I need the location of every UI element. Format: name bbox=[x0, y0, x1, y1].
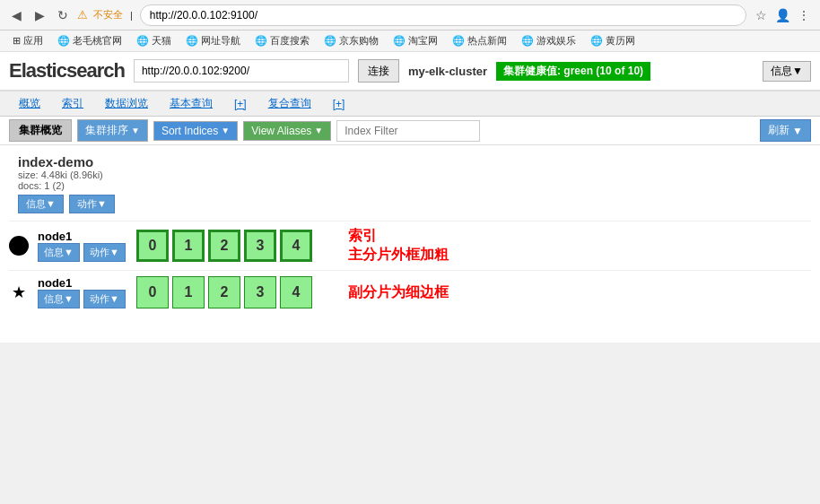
cluster-overview-tab[interactable]: 集群概览 bbox=[9, 119, 72, 142]
node1-buttons: 信息▼ 动作▼ bbox=[38, 243, 127, 262]
node2-name: node1 bbox=[38, 276, 127, 290]
bm-icon-9: 🌐 bbox=[590, 35, 603, 47]
bookmark-tianmao[interactable]: 🌐天猫 bbox=[131, 32, 177, 49]
back-button[interactable]: ◀ bbox=[7, 6, 25, 24]
bookmark-news[interactable]: 🌐热点新闻 bbox=[447, 32, 512, 49]
node1-shard-0[interactable]: 0 bbox=[136, 230, 169, 262]
node1-shard-4[interactable]: 4 bbox=[280, 230, 312, 262]
es-url-input[interactable] bbox=[134, 59, 349, 83]
node2-shard-0[interactable]: 0 bbox=[136, 276, 169, 308]
node2-shard-4[interactable]: 4 bbox=[280, 276, 312, 308]
node-row-2: ★ node1 信息▼ 动作▼ 0 1 2 3 4 副分片为细边框 bbox=[9, 270, 811, 314]
bm-icon-2: 🌐 bbox=[136, 35, 149, 47]
node1-action-label: 动作▼ bbox=[90, 246, 119, 259]
index-name: index-demo bbox=[18, 154, 811, 169]
cluster-sort-tab[interactable]: 集群排序 ▼ bbox=[77, 119, 148, 142]
tab-data-browse[interactable]: 数据浏览 bbox=[95, 91, 158, 116]
main-content: index-demo size: 4.48ki (8.96ki) docs: 1… bbox=[0, 145, 820, 343]
sort-indices-label: Sort Indices bbox=[161, 125, 218, 137]
bookmark-laomao[interactable]: 🌐老毛桃官网 bbox=[52, 32, 127, 49]
tab-basic-query[interactable]: 基本查询 bbox=[160, 91, 222, 116]
bookmark-nav[interactable]: 🌐网址导航 bbox=[180, 32, 246, 49]
bookmark-jd[interactable]: 🌐京东购物 bbox=[318, 32, 384, 49]
node1-info: node1 信息▼ 动作▼ bbox=[38, 230, 127, 262]
sort-indices-button[interactable]: Sort Indices ▼ bbox=[153, 121, 238, 141]
index-size: size: 4.48ki (8.96ki) bbox=[18, 169, 811, 180]
node1-info-label: 信息▼ bbox=[44, 246, 74, 259]
bookmark-taobao[interactable]: 🌐淘宝网 bbox=[388, 32, 443, 49]
bm-icon-8: 🌐 bbox=[521, 35, 534, 47]
view-aliases-arrow: ▼ bbox=[314, 126, 323, 135]
tab-overview[interactable]: 概览 bbox=[9, 91, 50, 116]
index-buttons: 信息▼ 动作▼ bbox=[18, 195, 811, 213]
node1-info-button[interactable]: 信息▼ bbox=[38, 243, 80, 262]
bm-icon-1: 🌐 bbox=[57, 35, 70, 47]
bm-icon-4: 🌐 bbox=[255, 35, 267, 47]
index-docs: docs: 1 (2) bbox=[18, 180, 811, 191]
index-info-button[interactable]: 信息▼ bbox=[18, 195, 64, 213]
url-separator: | bbox=[130, 10, 133, 21]
refresh-button[interactable]: ↻ bbox=[54, 6, 72, 24]
forward-button[interactable]: ▶ bbox=[31, 6, 48, 24]
cluster-health-badge: 集群健康值: green (10 of 10) bbox=[496, 62, 650, 81]
view-aliases-label: View Aliases bbox=[251, 125, 311, 137]
node1-shard-2[interactable]: 2 bbox=[208, 230, 240, 262]
bookmark-calendar[interactable]: 🌐黄历网 bbox=[585, 32, 641, 49]
annotation-area-2: 副分片为细边框 bbox=[348, 283, 449, 302]
tab-index[interactable]: 索引 bbox=[52, 91, 93, 116]
es-app-header: Elasticsearch 连接 my-elk-cluster 集群健康值: g… bbox=[0, 52, 820, 91]
index-info: index-demo size: 4.48ki (8.96ki) docs: 1… bbox=[9, 154, 811, 213]
security-warning-icon: ⚠ bbox=[77, 8, 88, 22]
index-filter-input[interactable] bbox=[336, 120, 480, 142]
node2-shard-1[interactable]: 1 bbox=[172, 276, 205, 308]
menu-button[interactable]: ⋮ bbox=[795, 6, 813, 24]
view-aliases-button[interactable]: View Aliases ▼ bbox=[243, 121, 331, 141]
address-bar[interactable] bbox=[140, 4, 746, 26]
annotation-area: 索引 主分片外框加粗 bbox=[348, 227, 449, 265]
cluster-sort-label: 集群排序 bbox=[85, 123, 128, 138]
node2-action-button[interactable]: 动作▼ bbox=[83, 290, 126, 308]
nav-tabs: 概览 索引 数据浏览 基本查询 [+] 复合查询 [+] bbox=[0, 91, 820, 117]
index-action-button[interactable]: 动作▼ bbox=[69, 195, 115, 213]
bm-icon-5: 🌐 bbox=[324, 35, 336, 47]
node2-action-label: 动作▼ bbox=[90, 292, 119, 306]
node2-info-label: 信息▼ bbox=[44, 292, 74, 306]
annotation-line3: 副分片为细边框 bbox=[348, 283, 449, 302]
node1-shard-3[interactable]: 3 bbox=[244, 230, 276, 262]
tab-basic-add[interactable]: [+] bbox=[224, 93, 257, 115]
node1-shards: 0 1 2 3 4 bbox=[136, 230, 312, 262]
node2-info-button[interactable]: 信息▼ bbox=[38, 290, 80, 308]
sort-indices-arrow: ▼ bbox=[221, 126, 230, 135]
refresh-label: 刷新 bbox=[768, 123, 789, 138]
refresh-arrow-icon: ▼ bbox=[792, 125, 803, 137]
bm-icon-3: 🌐 bbox=[186, 35, 198, 47]
bookmark-baidu[interactable]: 🌐百度搜索 bbox=[249, 32, 315, 49]
browser-bar: ◀ ▶ ↻ ⚠ 不安全 | ☆ 👤 ⋮ bbox=[0, 0, 820, 30]
node2-shard-2[interactable]: 2 bbox=[208, 276, 240, 308]
security-warning-text: 不安全 bbox=[93, 8, 123, 22]
tab-compound-add[interactable]: [+] bbox=[323, 93, 355, 115]
connect-button[interactable]: 连接 bbox=[358, 59, 399, 83]
index-action-label: 动作▼ bbox=[77, 197, 107, 211]
bookmark-button[interactable]: ☆ bbox=[752, 6, 770, 24]
node2-shards: 0 1 2 3 4 bbox=[136, 276, 312, 308]
node1-name: node1 bbox=[38, 230, 127, 243]
es-logo: Elasticsearch bbox=[9, 59, 125, 83]
index-info-label: 信息▼ bbox=[26, 197, 56, 211]
apps-icon: ⊞ bbox=[13, 35, 21, 47]
account-button[interactable]: 👤 bbox=[773, 6, 791, 24]
node1-action-button[interactable]: 动作▼ bbox=[83, 243, 126, 262]
cluster-sort-arrow: ▼ bbox=[131, 126, 140, 135]
bm-icon-6: 🌐 bbox=[393, 35, 406, 47]
bookmark-apps[interactable]: ⊞ 应用 bbox=[7, 32, 48, 49]
tab-compound-query[interactable]: 复合查询 bbox=[258, 91, 321, 116]
node2-star-icon: ★ bbox=[9, 282, 29, 302]
bookmark-game[interactable]: 🌐游戏娱乐 bbox=[516, 32, 581, 49]
node1-shard-1[interactable]: 1 bbox=[172, 230, 205, 262]
header-info-button[interactable]: 信息▼ bbox=[763, 61, 811, 82]
bm-icon-7: 🌐 bbox=[452, 35, 465, 47]
refresh-button[interactable]: 刷新 ▼ bbox=[760, 119, 811, 142]
node2-info: node1 信息▼ 动作▼ bbox=[38, 276, 127, 308]
node2-buttons: 信息▼ 动作▼ bbox=[38, 290, 127, 308]
node2-shard-3[interactable]: 3 bbox=[244, 276, 276, 308]
